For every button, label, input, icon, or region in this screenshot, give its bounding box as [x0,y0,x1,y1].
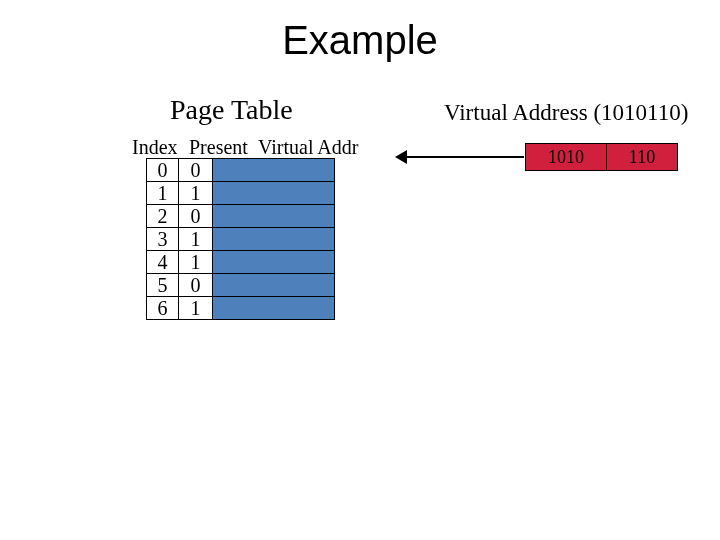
cell-present: 1 [179,228,213,251]
table-row: 5 0 [147,274,335,297]
col-header-present: Present [189,136,253,159]
page-table-column-headers: Index Present Virtual Addr [132,136,358,159]
cell-virtual-addr [213,182,335,205]
cell-index: 3 [147,228,179,251]
cell-index: 6 [147,297,179,320]
cell-virtual-addr [213,205,335,228]
col-header-index: Index [132,136,184,159]
cell-index: 2 [147,205,179,228]
cell-present: 1 [179,251,213,274]
cell-present: 1 [179,182,213,205]
virtual-address-heading: Virtual Address (1010110) [444,100,688,126]
cell-present: 0 [179,205,213,228]
table-row: 1 1 [147,182,335,205]
va-page-bits: 1010 [526,144,607,171]
table-row: 0 0 [147,159,335,182]
cell-present: 0 [179,159,213,182]
page-table: 0 0 1 1 2 0 3 1 4 1 5 0 6 1 [146,158,335,320]
cell-virtual-addr [213,228,335,251]
virtual-address-breakdown: 1010 110 [525,143,678,171]
cell-index: 1 [147,182,179,205]
cell-index: 5 [147,274,179,297]
arrow-left-icon [395,150,407,164]
table-row: 6 1 [147,297,335,320]
page-table-heading: Page Table [170,94,293,126]
cell-virtual-addr [213,274,335,297]
cell-index: 4 [147,251,179,274]
va-offset-bits: 110 [607,144,678,171]
table-row: 4 1 [147,251,335,274]
col-header-virtual-addr: Virtual Addr [258,136,358,159]
cell-virtual-addr [213,159,335,182]
table-row: 3 1 [147,228,335,251]
cell-index: 0 [147,159,179,182]
table-row: 2 0 [147,205,335,228]
cell-virtual-addr [213,251,335,274]
slide-title: Example [0,18,720,63]
arrow-line [402,156,524,158]
cell-virtual-addr [213,297,335,320]
cell-present: 1 [179,297,213,320]
cell-present: 0 [179,274,213,297]
